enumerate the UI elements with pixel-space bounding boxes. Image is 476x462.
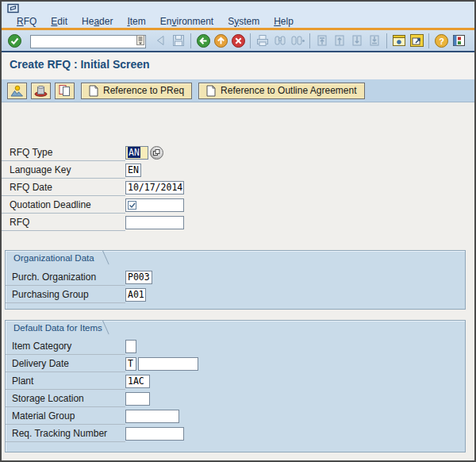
storage-location-field[interactable] xyxy=(125,392,150,406)
sap-window: RFQ Edit Header Item Environment System … xyxy=(0,0,476,462)
svg-text:?: ? xyxy=(439,36,444,45)
material-group-row: Material Group xyxy=(6,407,465,425)
plant-field[interactable]: 1AC xyxy=(125,375,150,388)
organizational-data-tab: Organizational Data xyxy=(6,251,465,265)
req-tracking-number-field[interactable] xyxy=(125,427,184,441)
delivery-date-label: Delivery Date xyxy=(6,355,125,372)
toolbar-separator xyxy=(386,33,387,48)
item-category-label: Item Category xyxy=(6,337,125,355)
standard-toolbar: ? xyxy=(2,30,474,51)
menu-rfq[interactable]: RFQ xyxy=(10,16,44,27)
item-category-field[interactable] xyxy=(125,340,136,353)
language-key-field[interactable]: EN xyxy=(125,164,141,177)
quotation-deadline-row: Quotation Deadline xyxy=(2,196,240,214)
rfq-type-field[interactable]: AN xyxy=(125,146,148,160)
material-group-field[interactable] xyxy=(125,410,179,423)
overview-button[interactable] xyxy=(7,83,27,99)
document-icon xyxy=(89,85,98,97)
rfq-date-label: RFQ Date xyxy=(2,179,125,196)
purch-organization-row: Purch. Organization P003 xyxy=(6,268,465,286)
storage-location-row: Storage Location xyxy=(6,390,465,407)
menu-environment[interactable]: Environment xyxy=(153,16,221,27)
rfq-number-field[interactable] xyxy=(125,216,184,229)
save-icon xyxy=(170,32,187,49)
delivery-date-category-field[interactable]: T xyxy=(125,357,136,371)
toolbar-separator xyxy=(309,33,310,48)
delivery-date-field[interactable] xyxy=(138,357,198,371)
toolbar-separator xyxy=(190,33,191,48)
previous-page-icon xyxy=(331,32,348,49)
plant-label: Plant xyxy=(6,372,125,390)
purchasing-group-field[interactable]: A01 xyxy=(125,288,146,302)
print-icon xyxy=(254,32,271,49)
delivery-date-row: Delivery Date T xyxy=(6,355,465,372)
item-overview-icon xyxy=(58,84,71,97)
new-session-icon[interactable] xyxy=(390,32,408,49)
menu-edit[interactable]: Edit xyxy=(44,16,75,27)
create-shortcut-icon[interactable] xyxy=(408,32,425,49)
reference-to-preq-button[interactable]: Reference to PReq xyxy=(81,83,192,99)
first-page-icon xyxy=(313,32,331,49)
purchasing-group-label: Purchasing Group xyxy=(6,286,125,303)
find-next-icon xyxy=(289,32,306,49)
screen-title-bar: Create RFQ : Initial Screen xyxy=(2,52,474,79)
command-history-icon[interactable] xyxy=(136,35,144,45)
enter-icon[interactable] xyxy=(6,32,23,49)
req-tracking-number-row: Req. Tracking Number xyxy=(6,425,465,442)
next-page-icon xyxy=(348,32,366,49)
default-data-items-group: Default Data for Items Item Category Del… xyxy=(5,320,466,452)
storage-location-label: Storage Location xyxy=(6,390,125,407)
toolbar-separator xyxy=(428,33,429,48)
menu-header[interactable]: Header xyxy=(75,16,120,27)
rfq-number-label: RFQ xyxy=(2,214,125,231)
overview-icon xyxy=(10,85,24,97)
back-icon[interactable] xyxy=(194,32,212,49)
help-icon[interactable]: ? xyxy=(432,32,450,49)
toolbar-separator xyxy=(250,33,251,48)
rfq-type-label: RFQ Type xyxy=(2,144,125,161)
system-bar xyxy=(2,2,474,14)
rfq-date-row: RFQ Date 10/17/2014 xyxy=(2,179,240,196)
last-page-icon xyxy=(366,32,383,49)
find-icon xyxy=(271,32,289,49)
header-details-button[interactable] xyxy=(31,83,51,99)
command-field[interactable] xyxy=(30,35,146,48)
item-overview-button[interactable] xyxy=(55,83,75,99)
menu-bar: RFQ Edit Header Item Environment System … xyxy=(2,14,474,28)
cancel-icon[interactable] xyxy=(229,32,247,49)
default-data-items-tab: Default Data for Items xyxy=(6,321,465,335)
previous-item-icon xyxy=(152,32,170,49)
work-area: RFQ Type AN Language Key EN RFQ Date 10/… xyxy=(2,102,474,460)
rfq-number-row: RFQ xyxy=(2,214,240,231)
exit-icon[interactable] xyxy=(212,32,229,49)
application-toolbar: Reference to PReq Reference to Outline A… xyxy=(2,79,474,102)
header-hat-icon xyxy=(34,85,48,97)
item-category-row: Item Category xyxy=(6,337,465,355)
purch-organization-field[interactable]: P003 xyxy=(125,271,152,284)
req-tracking-number-label: Req. Tracking Number xyxy=(6,425,125,442)
reference-to-outline-agreement-button[interactable]: Reference to Outline Agreement xyxy=(198,83,364,99)
menu-item[interactable]: Item xyxy=(120,16,152,27)
value-help-icon[interactable] xyxy=(150,146,163,160)
language-key-row: Language Key EN xyxy=(2,161,240,179)
purchasing-group-row: Purchasing Group A01 xyxy=(6,286,465,303)
menu-help[interactable]: Help xyxy=(267,16,301,27)
customize-layout-icon[interactable] xyxy=(450,32,467,49)
session-menu-icon[interactable] xyxy=(7,3,20,13)
header-fields: RFQ Type AN Language Key EN RFQ Date 10/… xyxy=(2,144,240,231)
rfq-date-field[interactable]: 10/17/2014 xyxy=(125,181,184,194)
quotation-deadline-field[interactable] xyxy=(125,198,184,212)
document-icon xyxy=(206,85,216,97)
menu-system[interactable]: System xyxy=(221,16,267,27)
rfq-type-row: RFQ Type AN xyxy=(2,144,240,161)
required-field-icon xyxy=(128,201,136,210)
page-title: Create RFQ : Initial Screen xyxy=(10,58,150,71)
plant-row: Plant 1AC xyxy=(6,372,465,390)
quotation-deadline-label: Quotation Deadline xyxy=(2,196,125,214)
language-key-label: Language Key xyxy=(2,161,125,179)
purch-organization-label: Purch. Organization xyxy=(6,268,125,286)
organizational-data-group: Organizational Data Purch. Organization … xyxy=(5,250,466,310)
material-group-label: Material Group xyxy=(6,407,125,425)
